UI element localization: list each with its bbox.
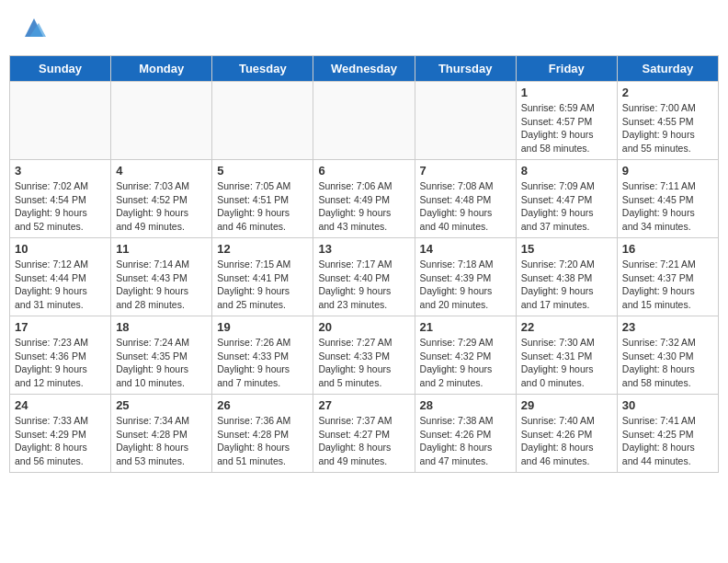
calendar-cell [111,82,212,160]
day-number: 7 [420,164,511,178]
day-number: 5 [217,164,308,178]
logo [18,14,48,41]
calendar-header-row: SundayMondayTuesdayWednesdayThursdayFrid… [10,56,719,82]
day-number: 6 [318,164,409,178]
day-number: 15 [521,242,612,256]
day-info: Sunrise: 7:34 AM Sunset: 4:28 PM Dayligh… [116,414,207,468]
calendar-cell: 17Sunrise: 7:23 AM Sunset: 4:36 PM Dayli… [10,316,111,395]
day-number: 20 [318,320,409,334]
day-info: Sunrise: 7:05 AM Sunset: 4:51 PM Dayligh… [217,179,308,234]
calendar: SundayMondayTuesdayWednesdayThursdayFrid… [9,55,719,473]
calendar-cell: 12Sunrise: 7:15 AM Sunset: 4:41 PM Dayli… [212,238,313,316]
calendar-cell: 7Sunrise: 7:08 AM Sunset: 4:48 PM Daylig… [415,160,516,238]
day-info: Sunrise: 6:59 AM Sunset: 4:57 PM Dayligh… [521,101,612,155]
calendar-cell: 27Sunrise: 7:37 AM Sunset: 4:27 PM Dayli… [313,395,415,473]
day-number: 30 [622,398,713,412]
calendar-cell: 15Sunrise: 7:20 AM Sunset: 4:38 PM Dayli… [516,238,617,316]
day-header-wednesday: Wednesday [313,56,415,82]
day-info: Sunrise: 7:33 AM Sunset: 4:29 PM Dayligh… [15,414,106,468]
day-info: Sunrise: 7:40 AM Sunset: 4:26 PM Dayligh… [521,414,612,468]
day-info: Sunrise: 7:30 AM Sunset: 4:31 PM Dayligh… [521,336,612,390]
day-header-monday: Monday [111,56,212,82]
day-number: 17 [15,320,106,334]
calendar-cell [10,82,111,160]
day-number: 3 [15,164,106,178]
calendar-cell: 24Sunrise: 7:33 AM Sunset: 4:29 PM Dayli… [10,395,111,473]
day-info: Sunrise: 7:23 AM Sunset: 4:36 PM Dayligh… [15,336,106,390]
calendar-cell: 2Sunrise: 7:00 AM Sunset: 4:55 PM Daylig… [617,82,718,160]
calendar-cell: 18Sunrise: 7:24 AM Sunset: 4:35 PM Dayli… [111,316,212,395]
day-info: Sunrise: 7:24 AM Sunset: 4:35 PM Dayligh… [116,336,207,390]
day-header-thursday: Thursday [415,56,516,82]
calendar-cell [415,82,516,160]
calendar-cell [212,82,313,160]
day-number: 29 [521,398,612,412]
day-number: 26 [217,398,308,412]
day-header-tuesday: Tuesday [212,56,313,82]
day-info: Sunrise: 7:17 AM Sunset: 4:40 PM Dayligh… [318,258,409,312]
day-info: Sunrise: 7:41 AM Sunset: 4:25 PM Dayligh… [622,414,713,468]
day-number: 28 [420,398,511,412]
day-number: 2 [622,86,713,99]
calendar-week-1: 3Sunrise: 7:02 AM Sunset: 4:54 PM Daylig… [10,160,719,238]
calendar-cell: 4Sunrise: 7:03 AM Sunset: 4:52 PM Daylig… [111,160,212,238]
calendar-cell: 9Sunrise: 7:11 AM Sunset: 4:45 PM Daylig… [617,160,718,238]
day-info: Sunrise: 7:32 AM Sunset: 4:30 PM Dayligh… [622,336,713,390]
day-info: Sunrise: 7:03 AM Sunset: 4:52 PM Dayligh… [116,179,207,234]
calendar-cell: 25Sunrise: 7:34 AM Sunset: 4:28 PM Dayli… [111,395,212,473]
day-number: 18 [116,320,207,334]
logo-icon [20,14,48,41]
day-number: 13 [318,242,409,256]
calendar-cell: 28Sunrise: 7:38 AM Sunset: 4:26 PM Dayli… [415,395,516,473]
day-info: Sunrise: 7:36 AM Sunset: 4:28 PM Dayligh… [217,414,308,468]
calendar-cell: 20Sunrise: 7:27 AM Sunset: 4:33 PM Dayli… [313,316,415,395]
calendar-week-4: 24Sunrise: 7:33 AM Sunset: 4:29 PM Dayli… [10,395,719,473]
day-number: 8 [521,164,612,178]
day-info: Sunrise: 7:37 AM Sunset: 4:27 PM Dayligh… [318,414,409,468]
day-info: Sunrise: 7:26 AM Sunset: 4:33 PM Dayligh… [217,336,308,390]
day-number: 22 [521,320,612,334]
day-number: 9 [622,164,713,178]
day-number: 4 [116,164,207,178]
day-info: Sunrise: 7:14 AM Sunset: 4:43 PM Dayligh… [116,258,207,312]
calendar-week-3: 17Sunrise: 7:23 AM Sunset: 4:36 PM Dayli… [10,316,719,395]
day-info: Sunrise: 7:08 AM Sunset: 4:48 PM Dayligh… [420,179,511,234]
calendar-cell: 23Sunrise: 7:32 AM Sunset: 4:30 PM Dayli… [617,316,718,395]
day-number: 23 [622,320,713,334]
calendar-cell: 11Sunrise: 7:14 AM Sunset: 4:43 PM Dayli… [111,238,212,316]
calendar-cell: 14Sunrise: 7:18 AM Sunset: 4:39 PM Dayli… [415,238,516,316]
day-number: 25 [116,398,207,412]
header [9,9,719,46]
day-info: Sunrise: 7:06 AM Sunset: 4:49 PM Dayligh… [318,179,409,234]
day-info: Sunrise: 7:12 AM Sunset: 4:44 PM Dayligh… [15,258,106,312]
day-info: Sunrise: 7:18 AM Sunset: 4:39 PM Dayligh… [420,258,511,312]
day-info: Sunrise: 7:29 AM Sunset: 4:32 PM Dayligh… [420,336,511,390]
calendar-cell: 1Sunrise: 6:59 AM Sunset: 4:57 PM Daylig… [516,82,617,160]
day-info: Sunrise: 7:21 AM Sunset: 4:37 PM Dayligh… [622,258,713,312]
day-header-friday: Friday [516,56,617,82]
day-info: Sunrise: 7:09 AM Sunset: 4:47 PM Dayligh… [521,179,612,234]
day-number: 16 [622,242,713,256]
calendar-week-0: 1Sunrise: 6:59 AM Sunset: 4:57 PM Daylig… [10,82,719,160]
calendar-cell: 16Sunrise: 7:21 AM Sunset: 4:37 PM Dayli… [617,238,718,316]
calendar-cell: 21Sunrise: 7:29 AM Sunset: 4:32 PM Dayli… [415,316,516,395]
day-number: 12 [217,242,308,256]
calendar-cell: 13Sunrise: 7:17 AM Sunset: 4:40 PM Dayli… [313,238,415,316]
day-info: Sunrise: 7:11 AM Sunset: 4:45 PM Dayligh… [622,179,713,234]
day-header-saturday: Saturday [617,56,718,82]
calendar-cell: 8Sunrise: 7:09 AM Sunset: 4:47 PM Daylig… [516,160,617,238]
calendar-cell: 22Sunrise: 7:30 AM Sunset: 4:31 PM Dayli… [516,316,617,395]
calendar-cell [313,82,415,160]
day-info: Sunrise: 7:27 AM Sunset: 4:33 PM Dayligh… [318,336,409,390]
day-info: Sunrise: 7:15 AM Sunset: 4:41 PM Dayligh… [217,258,308,312]
calendar-cell: 5Sunrise: 7:05 AM Sunset: 4:51 PM Daylig… [212,160,313,238]
calendar-cell: 30Sunrise: 7:41 AM Sunset: 4:25 PM Dayli… [617,395,718,473]
calendar-cell: 6Sunrise: 7:06 AM Sunset: 4:49 PM Daylig… [313,160,415,238]
day-number: 11 [116,242,207,256]
calendar-cell: 19Sunrise: 7:26 AM Sunset: 4:33 PM Dayli… [212,316,313,395]
day-number: 27 [318,398,409,412]
day-number: 21 [420,320,511,334]
day-number: 1 [521,86,612,99]
day-number: 10 [15,242,106,256]
calendar-cell: 29Sunrise: 7:40 AM Sunset: 4:26 PM Dayli… [516,395,617,473]
